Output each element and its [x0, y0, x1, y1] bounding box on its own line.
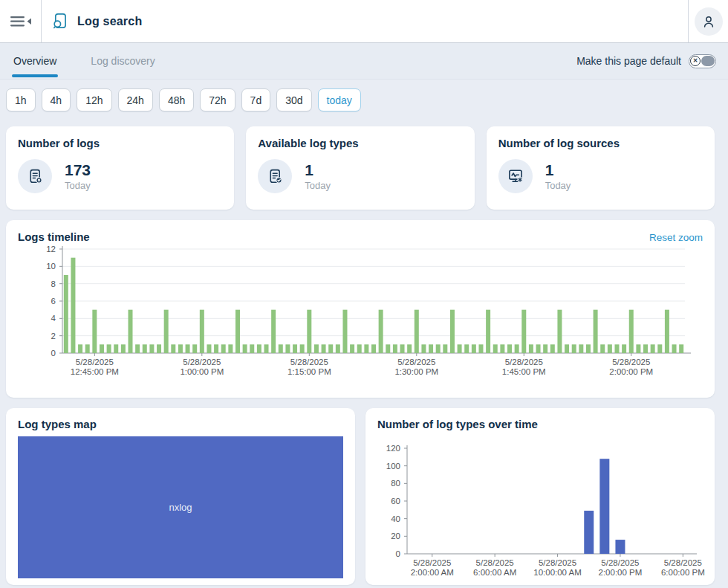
stat-card-title: Number of log sources	[498, 137, 703, 149]
toggle-knob	[701, 56, 715, 66]
svg-text:1:30:00 PM: 1:30:00 PM	[394, 367, 438, 376]
log-source-icon	[506, 167, 525, 186]
page-title: Log search	[77, 15, 142, 28]
svg-text:1:45:00 PM: 1:45:00 PM	[502, 367, 546, 376]
log-types-over-time-chart: 0204060801001205/28/20252:00:00 AM5/28/2…	[377, 441, 703, 585]
stat-period: Today	[305, 180, 331, 191]
svg-text:5/28/2025: 5/28/2025	[413, 558, 451, 567]
time-range-1h[interactable]: 1h	[6, 88, 36, 112]
stat-card-title: Available log types	[258, 137, 462, 149]
svg-text:0: 0	[51, 349, 56, 358]
svg-text:80: 80	[391, 479, 400, 488]
card-available-log-types: Available log types 1 Today	[246, 126, 474, 210]
svg-text:10:00:00 AM: 10:00:00 AM	[533, 568, 582, 577]
time-range-12h[interactable]: 12h	[77, 88, 111, 112]
svg-text:1:00:00 PM: 1:00:00 PM	[180, 367, 224, 376]
treemap-node-label: nxlog	[18, 501, 343, 512]
svg-text:5/28/2025: 5/28/2025	[539, 558, 576, 567]
svg-text:6:00:00 AM: 6:00:00 AM	[473, 568, 516, 577]
log-types-map-card: Log types map nxlog	[6, 408, 355, 585]
logs-timeline-title: Logs timeline	[18, 230, 90, 243]
stat-value: 173	[65, 161, 91, 178]
make-default-label: Make this page default	[576, 55, 681, 67]
svg-text:5/28/2025: 5/28/2025	[601, 558, 639, 567]
svg-text:2: 2	[51, 332, 56, 340]
svg-text:60: 60	[391, 497, 400, 505]
svg-text:4: 4	[51, 314, 56, 323]
svg-text:8: 8	[51, 280, 56, 288]
svg-text:0: 0	[396, 549, 400, 558]
log-types-map-title: Log types map	[18, 418, 343, 430]
stat-card-title: Number of logs	[18, 137, 222, 149]
svg-text:120: 120	[386, 444, 400, 453]
svg-text:5/28/2025: 5/28/2025	[76, 358, 114, 366]
sidebar-collapse-icon	[10, 13, 32, 30]
treemap-node-nxlog[interactable]: nxlog	[18, 436, 343, 578]
svg-text:5/28/2025: 5/28/2025	[612, 358, 650, 366]
svg-text:6: 6	[51, 297, 56, 306]
card-number-of-logs: Number of logs 173 Today	[6, 126, 234, 210]
top-bar: Log search	[0, 0, 728, 43]
time-range-48h[interactable]: 48h	[159, 88, 194, 112]
log-search-icon	[51, 12, 69, 30]
svg-text:12: 12	[46, 245, 56, 253]
svg-text:10: 10	[46, 262, 56, 271]
svg-text:2:00:00 PM: 2:00:00 PM	[599, 568, 643, 577]
user-icon	[701, 14, 716, 29]
time-range-bar: 1h4h12h24h48h72h7d30dtoday	[6, 88, 715, 112]
svg-text:12:45:00 PM: 12:45:00 PM	[71, 367, 119, 376]
svg-text:5/28/2025: 5/28/2025	[290, 358, 328, 366]
stat-value: 1	[545, 161, 571, 178]
logs-timeline-chart[interactable]: 0246810125/28/202512:45:00 PM5/28/20251:…	[18, 245, 703, 390]
stat-period: Today	[65, 180, 91, 191]
svg-text:5/28/2025: 5/28/2025	[505, 358, 543, 366]
svg-text:6:00:00 PM: 6:00:00 PM	[661, 568, 705, 577]
time-range-today[interactable]: today	[318, 88, 361, 112]
default-page-toggle[interactable]: ✕	[689, 54, 716, 68]
svg-text:5/28/2025: 5/28/2025	[183, 358, 221, 366]
svg-text:20: 20	[391, 532, 400, 540]
toggle-off-x-icon: ✕	[690, 56, 701, 66]
svg-text:5/28/2025: 5/28/2025	[664, 558, 702, 567]
log-types-over-time-card: Number of log types over time 0204060801…	[365, 408, 715, 585]
reset-zoom-link[interactable]: Reset zoom	[649, 232, 703, 243]
logs-timeline-card: Logs timeline Reset zoom 0246810125/28/2…	[6, 220, 715, 398]
time-range-7d[interactable]: 7d	[241, 88, 271, 112]
svg-text:2:00:00 PM: 2:00:00 PM	[609, 367, 653, 376]
tab-log-discovery[interactable]: Log discovery	[89, 43, 156, 79]
card-number-of-log-sources: Number of log sources	[487, 126, 715, 210]
svg-text:5/28/2025: 5/28/2025	[397, 358, 435, 366]
tab-overview[interactable]: Overview	[12, 43, 58, 79]
time-range-24h[interactable]: 24h	[118, 88, 153, 112]
tab-strip: Overview Log discovery Make this page de…	[0, 43, 728, 80]
stat-period: Today	[545, 180, 571, 191]
svg-text:100: 100	[386, 462, 400, 471]
sidebar-toggle-button[interactable]	[0, 0, 42, 42]
svg-text:1:15:00 PM: 1:15:00 PM	[287, 367, 331, 376]
log-file-icon	[26, 167, 45, 186]
time-range-72h[interactable]: 72h	[200, 88, 235, 112]
svg-text:40: 40	[391, 514, 400, 523]
user-menu-button[interactable]	[695, 7, 723, 36]
log-type-icon	[266, 167, 285, 186]
stat-card-row: Number of logs 173 Today	[6, 126, 715, 210]
svg-text:5/28/2025: 5/28/2025	[476, 558, 514, 567]
stat-value: 1	[305, 161, 331, 178]
log-types-over-time-title: Number of log types over time	[377, 418, 703, 430]
time-range-30d[interactable]: 30d	[276, 88, 311, 112]
svg-text:2:00:00 AM: 2:00:00 AM	[411, 568, 454, 577]
time-range-4h[interactable]: 4h	[42, 88, 71, 112]
